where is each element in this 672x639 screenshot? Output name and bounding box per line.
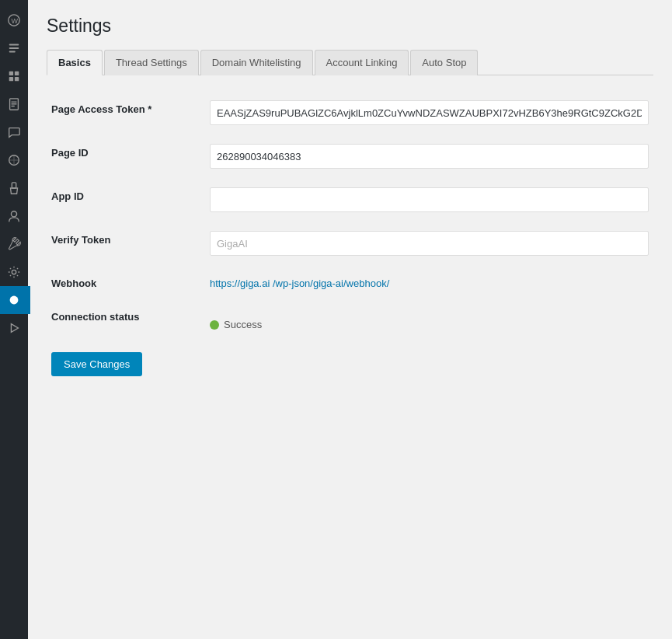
sidebar-icon-gigaai[interactable]	[0, 286, 28, 314]
webhook-link[interactable]: https://giga.ai /wp-json/giga-ai/webhook…	[210, 278, 389, 289]
page-id-label: Page ID	[47, 134, 202, 178]
page-access-token-cell	[202, 91, 653, 134]
svg-rect-3	[9, 47, 19, 49]
page-id-input[interactable]	[210, 144, 649, 169]
tabs-container: Basics Thread Settings Domain Whitelisti…	[47, 49, 653, 75]
svg-marker-18	[11, 324, 18, 333]
page-id-row: Page ID	[47, 134, 653, 178]
sidebar: W	[0, 0, 28, 639]
svg-point-15	[11, 211, 16, 217]
svg-rect-11	[11, 103, 16, 104]
connection-status-cell: Success	[202, 299, 653, 340]
webhook-row: Webhook https://giga.ai /wp-json/giga-ai…	[47, 265, 653, 299]
app-id-label: App ID	[47, 178, 202, 222]
connection-status-row: Connection status Success	[47, 299, 653, 340]
verify-token-row: Verify Token	[47, 222, 653, 265]
app-id-cell	[202, 178, 653, 222]
sidebar-icon-wordpress[interactable]: W	[0, 6, 28, 34]
app-id-row: App ID	[47, 178, 653, 222]
verify-token-cell	[202, 222, 653, 265]
sidebar-icon-settings[interactable]	[0, 258, 28, 286]
sidebar-icon-media[interactable]	[0, 62, 28, 90]
page-access-token-label: Page Access Token *	[47, 91, 202, 134]
svg-point-16	[12, 270, 16, 274]
svg-rect-5	[9, 72, 13, 75]
svg-rect-7	[9, 77, 13, 81]
sidebar-icon-plugins[interactable]	[0, 174, 28, 202]
sidebar-icon-comments[interactable]	[0, 118, 28, 146]
sidebar-icon-users[interactable]	[0, 202, 28, 230]
sidebar-icon-play[interactable]	[0, 314, 28, 342]
svg-text:W: W	[11, 17, 18, 25]
svg-rect-14	[12, 183, 16, 188]
svg-rect-2	[9, 44, 19, 46]
sidebar-icon-appearance[interactable]	[0, 146, 28, 174]
connection-status-label: Connection status	[47, 299, 202, 340]
save-changes-button[interactable]: Save Changes	[51, 352, 142, 376]
verify-token-input[interactable]	[210, 231, 649, 256]
settings-container: Settings Basics Thread Settings Domain W…	[28, 0, 672, 639]
svg-rect-6	[15, 72, 19, 75]
sidebar-icon-posts[interactable]	[0, 34, 28, 62]
status-dot-icon	[210, 320, 219, 330]
tab-domain-whitelisting[interactable]: Domain Whitelisting	[200, 50, 313, 75]
settings-form: Page Access Token * Page ID App ID	[47, 91, 653, 340]
svg-rect-12	[11, 106, 15, 106]
verify-token-label: Verify Token	[47, 222, 202, 265]
app-id-input[interactable]	[210, 187, 649, 212]
page-access-token-input[interactable]	[210, 100, 649, 125]
page-id-cell	[202, 134, 653, 178]
svg-rect-4	[9, 51, 16, 53]
svg-point-17	[10, 296, 19, 305]
tab-thread-settings[interactable]: Thread Settings	[104, 50, 199, 75]
sidebar-icon-pages[interactable]	[0, 90, 28, 118]
webhook-label: Webhook	[47, 265, 202, 299]
connection-status-text: Success	[224, 319, 262, 330]
svg-rect-10	[11, 101, 16, 102]
webhook-cell: https://giga.ai /wp-json/giga-ai/webhook…	[202, 265, 653, 299]
page-title: Settings	[47, 16, 653, 37]
tab-auto-stop[interactable]: Auto Stop	[410, 50, 478, 75]
connection-status-container: Success	[210, 308, 649, 330]
tab-basics[interactable]: Basics	[47, 50, 103, 75]
sidebar-icon-tools[interactable]	[0, 230, 28, 258]
svg-rect-8	[15, 77, 19, 81]
main-content: Settings Basics Thread Settings Domain W…	[28, 0, 672, 639]
page-access-token-row: Page Access Token *	[47, 91, 653, 134]
tab-account-linking[interactable]: Account Linking	[315, 50, 409, 75]
